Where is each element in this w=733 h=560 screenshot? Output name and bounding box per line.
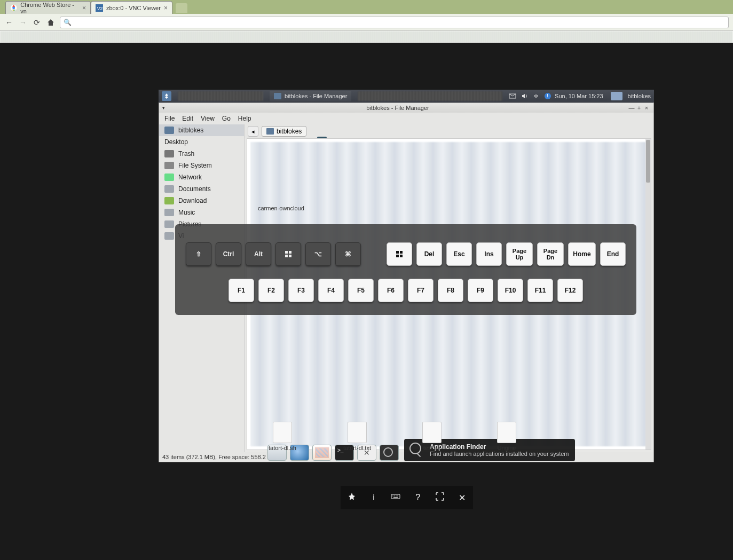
key-super[interactable] <box>275 242 301 266</box>
key-shift[interactable]: ⇧ <box>186 242 211 266</box>
whisker-menu-button[interactable] <box>162 91 171 101</box>
key-f7[interactable]: F7 <box>408 279 434 302</box>
browser-tab-label: zbox:0 - VNC Viewer <box>106 5 161 11</box>
sidebar-item-trash[interactable]: Trash <box>159 148 244 160</box>
vnc-info-button[interactable]: i <box>367 493 380 502</box>
vnc-pin-button[interactable] <box>345 492 358 503</box>
key-win[interactable] <box>387 242 412 266</box>
folder-icon <box>164 232 174 240</box>
close-button[interactable]: × <box>643 105 650 111</box>
key-f6[interactable]: F6 <box>378 279 404 302</box>
volume-icon[interactable] <box>521 92 528 100</box>
vnc-fullscreen-button[interactable] <box>434 492 446 503</box>
svg-rect-8 <box>289 251 291 254</box>
key-f11[interactable]: F11 <box>527 279 553 302</box>
vnc-help-button[interactable]: ? <box>412 493 424 502</box>
key-f4[interactable]: F4 <box>318 279 344 302</box>
file-item[interactable]: tatort-dl.sh <box>264 422 301 451</box>
sidebar-item-label: Music <box>178 209 195 216</box>
window-menu-icon[interactable]: ▾ <box>162 105 168 111</box>
key-ctrl[interactable]: Ctrl <box>216 242 241 266</box>
menu-go[interactable]: Go <box>222 115 231 122</box>
key-f3[interactable]: F3 <box>288 279 314 302</box>
file-item[interactable]: Ungine <box>488 422 525 451</box>
statusbar-text: 43 items (372.1 MB), Free space: 558.2 <box>162 454 266 460</box>
sidebar-item-network[interactable]: Network <box>159 171 244 183</box>
sidebar-item-documents[interactable]: Documents <box>159 183 244 195</box>
sidebar-item-label: bitblokes <box>178 127 203 134</box>
browser-tab[interactable]: V2 zbox:0 - VNC Viewer × <box>91 1 172 14</box>
text-icon <box>348 422 367 443</box>
menu-file[interactable]: File <box>164 115 175 122</box>
chrome-store-icon <box>10 4 17 12</box>
weather-icon[interactable] <box>611 92 622 100</box>
vnc-close-button[interactable]: ✕ <box>455 493 468 503</box>
minimize-button[interactable]: — <box>628 105 635 111</box>
new-tab-button[interactable] <box>176 3 187 13</box>
key-esc[interactable]: Esc <box>446 242 472 266</box>
sidebar-item-music[interactable]: Music <box>159 207 244 218</box>
home-button[interactable] <box>46 18 56 27</box>
xfce-top-panel: bitblokes - File Manager ! Sun, 10 Mar 1… <box>159 90 654 102</box>
back-button[interactable]: ← <box>4 18 14 27</box>
sidebar-item-desktop[interactable]: Desktop <box>159 136 244 148</box>
file-item[interactable]: tatort-dl.txt <box>338 422 376 451</box>
key-f1[interactable]: F1 <box>228 279 254 302</box>
key-page-up[interactable]: PageUp <box>506 242 533 266</box>
file-icon <box>497 422 516 443</box>
menu-help[interactable]: Help <box>238 115 251 122</box>
breadcrumb[interactable]: bitblokes <box>262 126 306 137</box>
vertical-scrollbar[interactable] <box>645 139 651 449</box>
key-option[interactable]: ⌥ <box>305 242 331 266</box>
file-item[interactable]: test.sh <box>413 422 451 451</box>
key-end[interactable]: End <box>600 242 626 266</box>
taskbar-item[interactable]: bitblokes - File Manager <box>270 91 351 101</box>
close-icon[interactable]: × <box>164 4 168 12</box>
path-back-button[interactable]: ◂ <box>248 126 258 137</box>
window-titlebar[interactable]: ▾ bitblokes - File Manager — + × <box>159 103 653 113</box>
mail-icon[interactable] <box>509 92 516 100</box>
script-icon <box>273 422 292 443</box>
file-item-label: tatort-dl.txt <box>343 445 371 451</box>
scrollbar-thumb[interactable] <box>646 140 650 183</box>
key-f8[interactable]: F8 <box>438 279 463 302</box>
home-icon <box>266 128 274 135</box>
svg-point-18 <box>396 495 397 496</box>
key-f12[interactable]: F12 <box>557 279 583 302</box>
reload-button[interactable]: ⟳ <box>32 18 42 27</box>
path-bar: ◂ bitblokes <box>245 124 653 138</box>
quick-launch-blur <box>178 91 263 101</box>
svg-rect-15 <box>391 494 400 499</box>
address-bar[interactable]: 🔍 <box>60 17 729 28</box>
search-icon: 🔍 <box>64 19 72 26</box>
sidebar-item-download[interactable]: Download <box>159 195 244 207</box>
key-f9[interactable]: F9 <box>468 279 493 302</box>
network-icon[interactable] <box>532 92 540 100</box>
key-page-dn[interactable]: PageDn <box>537 242 564 266</box>
script-icon <box>422 422 442 443</box>
panel-clock[interactable]: Sun, 10 Mar 15:23 <box>555 93 603 99</box>
sidebar-item-filesystem[interactable]: File System <box>159 160 244 171</box>
key-f5[interactable]: F5 <box>348 279 374 302</box>
close-icon[interactable]: × <box>82 4 86 12</box>
vnc-keyboard-button[interactable] <box>389 492 402 503</box>
menu-edit[interactable]: Edit <box>182 115 193 122</box>
sidebar-item-home[interactable]: bitblokes <box>159 124 244 136</box>
system-tray: ! <box>509 92 551 100</box>
forward-button[interactable]: → <box>18 18 28 27</box>
menu-view[interactable]: View <box>201 115 215 122</box>
browser-tab[interactable]: Chrome Web Store - vn × <box>5 1 91 14</box>
network-icon <box>164 173 174 181</box>
key-cmd[interactable]: ⌘ <box>335 242 361 266</box>
key-home[interactable]: Home <box>568 242 596 266</box>
maximize-button[interactable]: + <box>635 105 643 111</box>
file-item-label[interactable]: carmen-owncloud <box>258 205 304 211</box>
key-ins[interactable]: Ins <box>476 242 502 266</box>
notification-icon[interactable]: ! <box>544 92 551 100</box>
key-alt[interactable]: Alt <box>246 242 271 266</box>
key-f10[interactable]: F10 <box>498 279 523 302</box>
key-f2[interactable]: F2 <box>258 279 284 302</box>
download-icon <box>164 197 174 204</box>
key-del[interactable]: Del <box>416 242 442 266</box>
user-label[interactable]: bitblokes <box>628 93 651 99</box>
